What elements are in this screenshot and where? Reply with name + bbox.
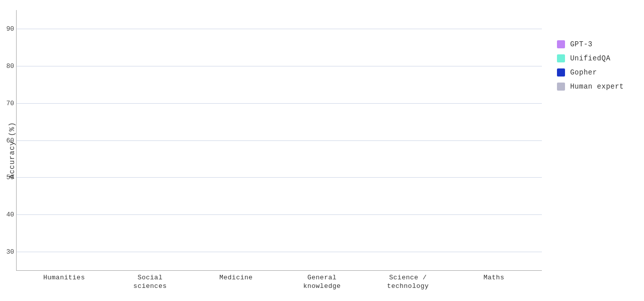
- grid-and-bars: 90807060504030: [16, 10, 542, 271]
- x-axis-label: Humanities: [21, 274, 107, 291]
- x-axis-label: Generalknowledge: [279, 274, 365, 291]
- y-tick-label: 30: [6, 249, 14, 255]
- chart-wrap: Accuracy (%) 90807060504030 HumanitiesSo…: [5, 10, 634, 291]
- y-tick-label: 40: [6, 211, 14, 218]
- legend-label-gopher: Gopher: [570, 68, 597, 77]
- legend-color-human: [557, 83, 565, 91]
- legend-label-gpt3: GPT-3: [570, 40, 593, 48]
- x-axis-label: Socialsciences: [107, 274, 193, 291]
- x-labels: HumanitiesSocialsciencesMedicineGeneralk…: [16, 274, 542, 291]
- chart-inner: Accuracy (%) 90807060504030 HumanitiesSo…: [5, 10, 542, 291]
- chart-container: Accuracy (%) 90807060504030 HumanitiesSo…: [0, 0, 644, 301]
- legend-item-human: Human expert: [557, 83, 624, 91]
- legend-color-unifiedqa: [557, 54, 565, 62]
- legend-color-gopher: [557, 68, 565, 77]
- x-axis-label: Maths: [451, 274, 537, 291]
- y-tick-label: 50: [6, 174, 14, 181]
- y-tick-label: 90: [6, 25, 14, 32]
- y-tick-label: 60: [6, 137, 14, 143]
- chart-body: 90807060504030 HumanitiesSocialsciencesM…: [16, 10, 542, 291]
- legend-color-gpt3: [557, 40, 565, 48]
- legend: GPT-3UnifiedQAGopherHuman expert: [542, 10, 634, 101]
- y-tick-label: 70: [6, 100, 14, 106]
- legend-item-gopher: Gopher: [557, 68, 624, 77]
- legend-label-unifiedqa: UnifiedQA: [570, 54, 610, 62]
- y-tick-label: 80: [6, 62, 14, 69]
- legend-label-human: Human expert: [570, 83, 624, 91]
- legend-item-gpt3: GPT-3: [557, 40, 624, 48]
- chart-area: Accuracy (%) 90807060504030 HumanitiesSo…: [5, 10, 542, 291]
- legend-item-unifiedqa: UnifiedQA: [557, 54, 624, 62]
- y-ticks: 90807060504030: [0, 10, 14, 270]
- x-axis-label: Medicine: [193, 274, 279, 291]
- x-axis-label: Science /technology: [365, 274, 451, 291]
- bars-row: [17, 10, 542, 270]
